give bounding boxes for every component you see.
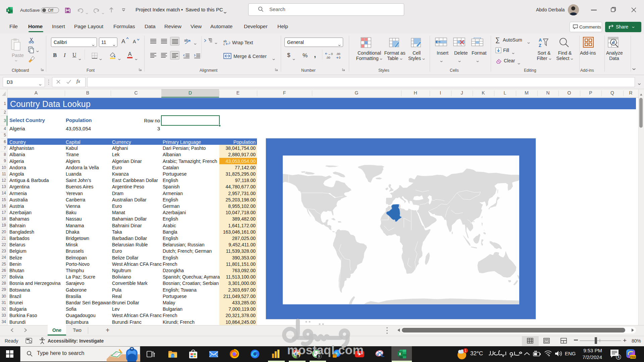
svg-text:Z: Z bbox=[539, 43, 541, 48]
svg-text:ab: ab bbox=[184, 38, 188, 42]
svg-text:PRE: PRE bbox=[630, 356, 636, 359]
svg-text:1: 1 bbox=[465, 349, 467, 353]
svg-text:X: X bbox=[399, 352, 401, 356]
svg-text:←0: ←0 bbox=[328, 52, 333, 56]
svg-text:.00: .00 bbox=[326, 56, 330, 59]
svg-text:A: A bbox=[128, 51, 132, 57]
svg-text:mostaql.com: mostaql.com bbox=[287, 343, 364, 357]
svg-text:c: c bbox=[223, 43, 225, 46]
svg-text:Paste: Paste bbox=[12, 53, 24, 58]
svg-text:0: 0 bbox=[339, 56, 340, 59]
svg-text:X: X bbox=[7, 9, 9, 12]
svg-text:4: 4 bbox=[618, 355, 620, 359]
svg-text:A: A bbox=[539, 38, 542, 43]
svg-text:.00: .00 bbox=[336, 52, 340, 56]
